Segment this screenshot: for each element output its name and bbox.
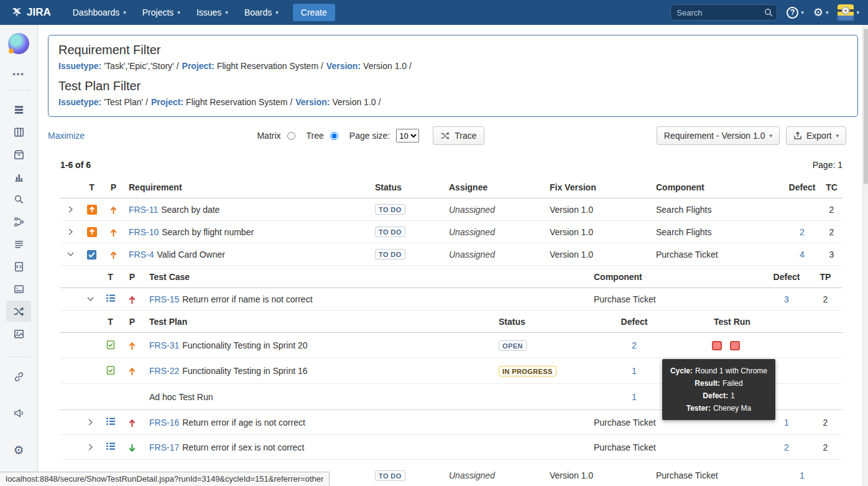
sidebar-item-media[interactable] — [6, 323, 31, 344]
col-tc: TC — [821, 182, 843, 192]
issue-key-link[interactable]: FRS-16 — [149, 418, 179, 428]
chevron-down-icon: ▾ — [177, 9, 180, 16]
test-plan-row: FRS-31Functionality Testing in Sprint 20… — [60, 333, 843, 358]
chevron-down-icon: ▾ — [801, 9, 804, 16]
sidebar-item-queues[interactable] — [6, 99, 31, 120]
help-menu[interactable]: ? ▾ — [787, 7, 804, 19]
list-icon — [13, 238, 25, 250]
export-button[interactable]: Export ▾ — [786, 126, 846, 145]
sidebar-item-add-link[interactable] — [6, 366, 31, 387]
maximize-link[interactable]: Maximize — [48, 131, 85, 141]
collapse-chevron-icon[interactable] — [87, 296, 94, 302]
expand-chevron-icon[interactable] — [68, 228, 73, 235]
sidebar-item-announcements[interactable] — [6, 402, 31, 423]
menu-dashboards[interactable]: Dashboards▾ — [65, 0, 134, 25]
issue-key-link[interactable]: FRS-11 — [129, 205, 158, 215]
more-icon[interactable]: ••• — [12, 69, 25, 78]
menu-boards[interactable]: Boards▾ — [236, 0, 287, 25]
col-test-plan: Test Plan — [143, 317, 491, 327]
tc-count: 2 — [821, 205, 843, 215]
menu-projects[interactable]: Projects▾ — [134, 0, 188, 25]
requirement-filter-title: Requirement Filter — [58, 43, 847, 57]
priority-high-icon — [129, 342, 136, 350]
defect-count-link[interactable]: 1 — [632, 366, 637, 376]
sidebar-item-structure[interactable] — [6, 211, 31, 232]
sidebar-item-board[interactable] — [6, 121, 31, 143]
test-run-failed-icon[interactable] — [712, 341, 722, 350]
test-case-type-icon — [106, 443, 116, 453]
chevron-down-icon: ▾ — [225, 9, 228, 16]
tooltip-line: Tester:Cheney Ma — [667, 402, 770, 414]
col-status: Status — [491, 317, 597, 327]
test-run-failed-icon[interactable] — [730, 341, 740, 350]
nav-right-tools: ? ▾ ⚙ ▾ ▾ — [670, 4, 859, 21]
defect-count-link[interactable]: 2 — [800, 227, 805, 237]
defect-count-link[interactable]: 1 — [784, 418, 789, 428]
view-controls: Matrix Tree Page size: 10 Trace — [85, 126, 657, 145]
expand-chevron-icon[interactable] — [68, 206, 73, 213]
sidebar-item-test-plans[interactable] — [6, 278, 31, 299]
page-size-select[interactable]: 10 — [396, 129, 419, 143]
issue-key-link[interactable]: FRS-22 — [149, 366, 179, 376]
issue-key-link[interactable]: FRS-31 — [149, 340, 179, 350]
trace-button[interactable]: Trace — [433, 126, 484, 145]
search-input[interactable] — [670, 4, 777, 21]
search-icon[interactable] — [764, 8, 773, 19]
row-checkbox-checked[interactable] — [87, 250, 96, 259]
expand-chevron-icon[interactable] — [88, 419, 93, 426]
sidebar-item-traceability[interactable] — [6, 301, 31, 322]
defect-count-link[interactable]: 1 — [632, 392, 637, 402]
col-requirement: Requirement — [124, 182, 373, 192]
sidebar-item-reports[interactable] — [6, 166, 31, 187]
tree-radio[interactable] — [330, 132, 338, 140]
admin-menu[interactable]: ⚙ ▾ — [813, 7, 829, 18]
status-lozenge: TO DO — [375, 204, 405, 215]
requirement-row: FRS-4Valid Card Owner TO DO Unassigned V… — [60, 243, 843, 266]
issue-summary: Return error if sex is not correct — [182, 442, 304, 452]
defect-count-link[interactable]: 2 — [632, 340, 637, 350]
user-menu[interactable]: ▾ — [838, 4, 859, 21]
issue-key-link[interactable]: FRS-4 — [129, 250, 154, 259]
component: Purchase Ticket — [584, 442, 765, 452]
defect-count-link[interactable]: 1 — [800, 470, 805, 480]
sidebar-item-requirements[interactable] — [6, 233, 31, 255]
issue-key-link[interactable]: FRS-17 — [149, 442, 179, 452]
sidebar-item-search-issues[interactable] — [6, 189, 31, 210]
issue-key-link[interactable]: FRS-10 — [129, 227, 159, 237]
vertical-scrollbar[interactable] — [862, 25, 868, 486]
magnifier-icon — [13, 194, 25, 205]
card-icon — [13, 283, 25, 295]
help-icon: ? — [787, 7, 798, 19]
defect-count-link[interactable]: 3 — [784, 294, 789, 304]
col-priority: P — [121, 272, 143, 282]
tp-count: 2 — [808, 442, 843, 452]
sidebar-item-test-repository[interactable] — [6, 256, 31, 277]
sidebar-item-releases[interactable] — [6, 144, 31, 165]
filter-panel: Requirement Filter Issuetype:'Task','Epi… — [48, 35, 858, 117]
layers-icon — [13, 104, 25, 116]
defect-count-link[interactable]: 2 — [784, 442, 789, 452]
test-plan-filter-summary: Issuetype:'Test Plan' /Project:Flight Re… — [58, 97, 847, 107]
matrix-radio[interactable] — [287, 132, 295, 140]
requirement-table-header: T P Requirement Status Assignee Fix Vers… — [60, 176, 843, 199]
sidebar-settings-gear-icon[interactable]: ⚙ — [13, 444, 24, 456]
issue-key-link[interactable]: FRS-15 — [149, 294, 179, 304]
document-code-icon — [13, 261, 25, 273]
tooltip-line: Cycle:Round 1 with Chrome — [667, 365, 770, 377]
menu-issues[interactable]: Issues▾ — [188, 0, 236, 25]
status-lozenge: TO DO — [375, 470, 405, 481]
assignee: Unassigned — [448, 470, 547, 480]
jira-logo[interactable]: JIRA — [11, 6, 51, 19]
expand-chevron-icon[interactable] — [88, 444, 93, 451]
quick-search — [670, 4, 777, 21]
col-component: Component — [653, 182, 783, 192]
project-avatar[interactable] — [8, 33, 29, 54]
create-button[interactable]: Create — [293, 4, 335, 21]
scrollbar-thumb[interactable] — [864, 29, 868, 184]
defect-count-link[interactable]: 4 — [800, 250, 805, 259]
view-selector-button[interactable]: Requirement - Version 1.0 ▾ — [657, 126, 780, 145]
collapse-chevron-icon[interactable] — [67, 251, 74, 257]
test-case-row: FRS-15Return error if name is not correc… — [60, 288, 843, 311]
requirement-row: FRS-10Search by flight number TO DO Unas… — [60, 221, 843, 243]
priority-critical-icon — [129, 419, 136, 428]
